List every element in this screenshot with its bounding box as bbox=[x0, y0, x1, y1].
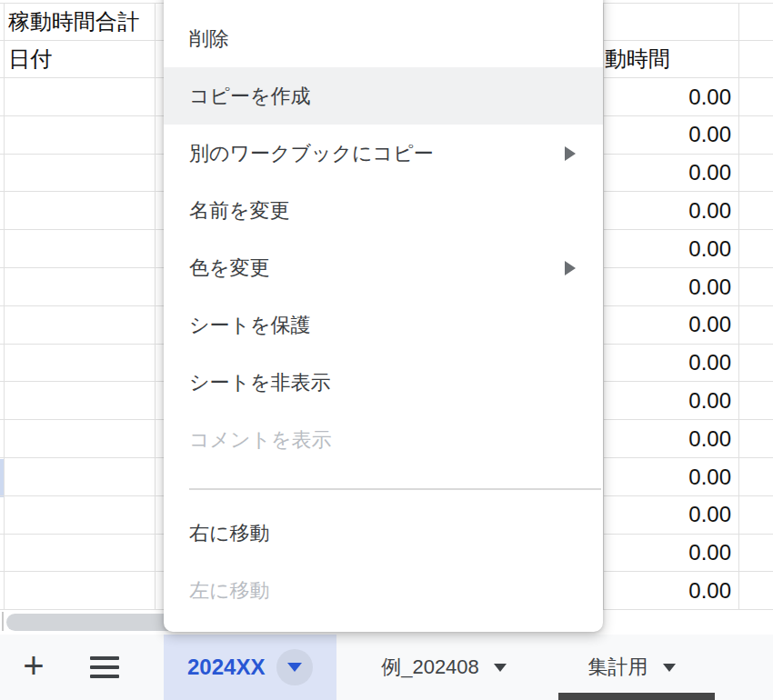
plus-icon: + bbox=[23, 647, 44, 684]
cell-date-header: 日付 bbox=[8, 40, 52, 77]
cell-value: 0.00 bbox=[603, 382, 731, 419]
menu-divider bbox=[189, 488, 601, 490]
gridline-vertical bbox=[738, 3, 739, 610]
gridline-vertical bbox=[4, 3, 5, 610]
menu-item-show-comments: コメントを表示 bbox=[164, 411, 603, 468]
menu-item-change-color[interactable]: 色を変更 bbox=[164, 239, 603, 296]
hamburger-icon bbox=[90, 656, 119, 678]
tab-example-202408[interactable]: 例_202408 bbox=[348, 635, 539, 700]
tab-label: 集計用 bbox=[588, 654, 648, 681]
menu-item-protect-sheet[interactable]: シートを保護 bbox=[164, 296, 603, 354]
sheet-tab-bar: + 2024XX 例_202408 集計用 bbox=[0, 635, 773, 700]
cell-value: 0.00 bbox=[603, 78, 731, 115]
cell-value: 0.00 bbox=[603, 458, 731, 495]
caret-down-icon bbox=[663, 664, 676, 672]
tab-label: 例_202408 bbox=[381, 654, 479, 681]
sheet-context-menu: 削除コピーを作成別のワークブックにコピー名前を変更色を変更シートを保護シートを非… bbox=[164, 0, 603, 632]
menu-item-copy-to-another-workbook[interactable]: 別のワークブックにコピー bbox=[164, 125, 603, 182]
cell-value: 0.00 bbox=[603, 306, 731, 344]
tab-aggregation[interactable]: 集計用 bbox=[557, 635, 707, 700]
cell-value: 0.00 bbox=[603, 230, 731, 267]
cell-value: 0.00 bbox=[603, 192, 731, 229]
gridline-vertical bbox=[155, 3, 156, 610]
all-sheets-button[interactable] bbox=[84, 645, 125, 689]
cell-total-hours-header: 稼動時間合計 bbox=[8, 3, 139, 40]
tab-2024xx[interactable]: 2024XX bbox=[164, 635, 336, 700]
cell-value: 0.00 bbox=[603, 268, 731, 305]
menu-item-label: 左に移動 bbox=[189, 577, 576, 605]
caret-down-icon bbox=[287, 663, 302, 672]
menu-item-move-right[interactable]: 右に移動 bbox=[164, 505, 603, 562]
menu-item-label: 削除 bbox=[189, 25, 576, 53]
menu-item-move-left: 左に移動 bbox=[164, 562, 603, 619]
menu-item-label: シートを保護 bbox=[189, 312, 576, 339]
menu-item-label: 名前を変更 bbox=[189, 197, 576, 225]
tab-dropdown-button[interactable] bbox=[276, 649, 313, 685]
menu-item-hide-sheet[interactable]: シートを非表示 bbox=[164, 354, 603, 411]
cell-value: 0.00 bbox=[603, 572, 731, 609]
cell-value: 0.00 bbox=[603, 535, 731, 572]
menu-item-label: 別のワークブックにコピー bbox=[189, 140, 554, 167]
menu-item-delete[interactable]: 削除 bbox=[164, 10, 603, 67]
submenu-arrow-icon bbox=[565, 146, 576, 161]
cell-value: 0.00 bbox=[603, 116, 731, 154]
bottom-dark-bar bbox=[558, 693, 715, 700]
menu-item-label: 右に移動 bbox=[189, 520, 576, 547]
gridline-vertical bbox=[603, 3, 604, 610]
menu-item-label: コピーを作成 bbox=[189, 83, 576, 110]
cell-hours-header: 動時間 bbox=[605, 40, 670, 77]
cell-value: 0.00 bbox=[603, 155, 731, 192]
add-sheet-button[interactable]: + bbox=[13, 645, 55, 689]
cell-value: 0.00 bbox=[603, 496, 731, 534]
cell-value: 0.00 bbox=[603, 420, 731, 457]
menu-item-duplicate[interactable]: コピーを作成 bbox=[164, 67, 603, 125]
caret-down-icon bbox=[494, 664, 507, 672]
tab-label: 2024XX bbox=[187, 655, 265, 680]
spreadsheet-screen: 稼動時間合計 日付 動時間 0.000.000.000.000.000.000.… bbox=[0, 0, 773, 700]
menu-item-rename[interactable]: 名前を変更 bbox=[164, 182, 603, 239]
cell-value: 0.00 bbox=[603, 345, 731, 382]
menu-item-label: コメントを表示 bbox=[189, 426, 576, 454]
menu-item-label: シートを非表示 bbox=[189, 369, 576, 396]
scrollbar-track-edge bbox=[2, 612, 4, 631]
submenu-arrow-icon bbox=[565, 261, 576, 275]
menu-item-label: 色を変更 bbox=[189, 255, 554, 282]
